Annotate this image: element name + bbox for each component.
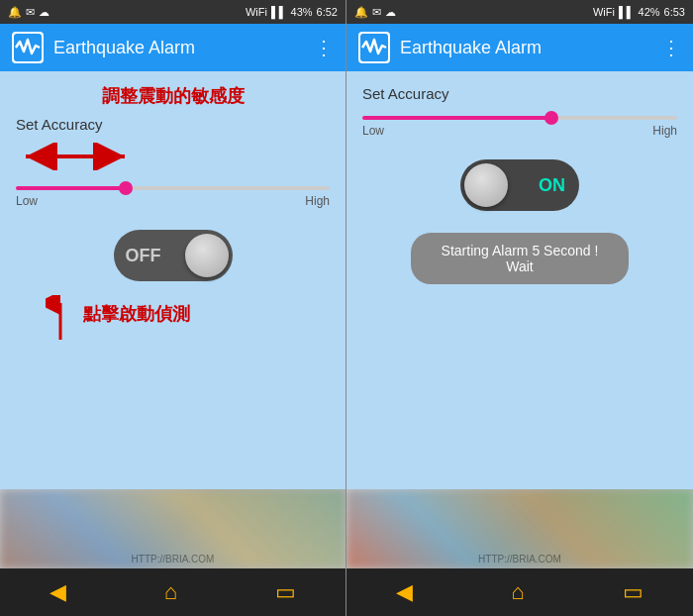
- status-bar-left: 🔔 ✉ ☁ WiFi ▌▌ 43% 6:52: [0, 0, 346, 24]
- cloud-icon-right: ☁: [385, 6, 396, 19]
- alarm-status-button: Starting Alarm 5 Second ! Wait: [411, 233, 629, 284]
- toggle-container-left: OFF: [16, 230, 330, 281]
- slider-low-right: Low: [362, 124, 384, 138]
- set-accuracy-label-right: Set Accuracy: [362, 85, 677, 102]
- set-accuracy-label-left: Set Accuracy: [16, 116, 330, 133]
- right-screen: 🔔 ✉ ☁ WiFi ▌▌ 42% 6:53 Earthquake Alarm …: [346, 0, 693, 616]
- battery-right: 42%: [639, 6, 660, 18]
- status-icons-left: 🔔 ✉ ☁: [8, 6, 50, 19]
- watermark-right: HTTP://BRIA.COM: [478, 554, 561, 565]
- msg-icon-right: ✉: [372, 6, 381, 19]
- app-logo-left: [12, 32, 44, 63]
- cloud-icon: ☁: [39, 6, 50, 19]
- toggle-on-switch[interactable]: ON: [460, 159, 579, 211]
- nav-bar-left: ◀ ⌂ ▭: [0, 568, 346, 616]
- status-icons-right: 🔔 ✉ ☁: [354, 6, 396, 19]
- slider-labels-right: Low High: [362, 124, 677, 138]
- annotation-bottom-left: 點擊啟動偵測: [83, 303, 190, 326]
- slider-track-left: [16, 186, 330, 190]
- slider-left[interactable]: Low High: [16, 182, 330, 212]
- content-right: Set Accuracy Low High ON: [346, 71, 693, 489]
- alarm-icon-right: 🔔: [354, 6, 368, 19]
- status-right-right: WiFi ▌▌ 42% 6:53: [593, 6, 685, 18]
- status-right-left: WiFi ▌▌ 43% 6:52: [246, 6, 338, 18]
- logo-svg-right: [360, 34, 388, 61]
- slider-thumb-left: [119, 181, 133, 195]
- logo-svg-left: [14, 34, 42, 61]
- back-button-right[interactable]: ◀: [396, 579, 413, 605]
- annotation-arrow-container: 點擊啟動偵測: [46, 295, 330, 345]
- app-title-left: Earthquake Alarm: [53, 38, 304, 58]
- app-title-right: Earthquake Alarm: [400, 38, 651, 58]
- slider-high-right: High: [652, 124, 677, 138]
- toggle-on-label: ON: [539, 175, 565, 196]
- back-button-left[interactable]: ◀: [50, 579, 66, 605]
- content-left: 調整震動的敏感度 Set Accuracy: [0, 71, 346, 489]
- slider-high-left: High: [305, 194, 330, 208]
- battery-left: 43%: [291, 6, 313, 18]
- app-logo-right: [358, 32, 390, 63]
- msg-icon: ✉: [26, 6, 35, 19]
- toggle-knob-left: [185, 234, 229, 277]
- wifi-icon: WiFi: [246, 6, 267, 18]
- annotation-top-left: 調整震動的敏感度: [16, 85, 330, 108]
- watermark-left: HTTP://BRIA.COM: [132, 554, 215, 565]
- home-button-right[interactable]: ⌂: [511, 579, 524, 605]
- slider-track-right: [362, 116, 677, 120]
- slider-fill-left: [16, 186, 126, 190]
- toggle-off-switch[interactable]: OFF: [114, 230, 233, 281]
- app-bar-left: Earthquake Alarm ⋮: [0, 24, 346, 71]
- app-bar-right: Earthquake Alarm ⋮: [346, 24, 693, 71]
- alarm-icon: 🔔: [8, 6, 22, 19]
- time-right: 6:53: [664, 6, 685, 18]
- arrow-row-left: [16, 143, 330, 170]
- recent-button-left[interactable]: ▭: [275, 579, 296, 605]
- slider-low-left: Low: [16, 194, 38, 208]
- signal-icon-right: ▌▌: [619, 6, 635, 18]
- double-arrow-svg-left: [16, 143, 135, 170]
- nav-bar-right: ◀ ⌂ ▭: [346, 568, 693, 616]
- toggle-container-right: ON: [362, 159, 677, 211]
- menu-button-left[interactable]: ⋮: [314, 36, 334, 59]
- slider-thumb-right: [544, 111, 558, 125]
- slider-fill-right: [362, 116, 551, 120]
- recent-button-right[interactable]: ▭: [623, 579, 644, 605]
- toggle-knob-right: [464, 163, 508, 207]
- slider-labels-left: Low High: [16, 194, 330, 208]
- home-button-left[interactable]: ⌂: [164, 579, 177, 605]
- slider-right[interactable]: Low High: [362, 112, 677, 142]
- time-left: 6:52: [317, 6, 338, 18]
- left-screen: 🔔 ✉ ☁ WiFi ▌▌ 43% 6:52 Earthquake Alarm …: [0, 0, 346, 616]
- red-arrow-down-left: [46, 295, 75, 345]
- toggle-off-label: OFF: [126, 246, 161, 266]
- wifi-icon-right: WiFi: [593, 6, 615, 18]
- status-bar-right: 🔔 ✉ ☁ WiFi ▌▌ 42% 6:53: [346, 0, 693, 24]
- signal-icon: ▌▌: [271, 6, 287, 18]
- menu-button-right[interactable]: ⋮: [661, 36, 681, 59]
